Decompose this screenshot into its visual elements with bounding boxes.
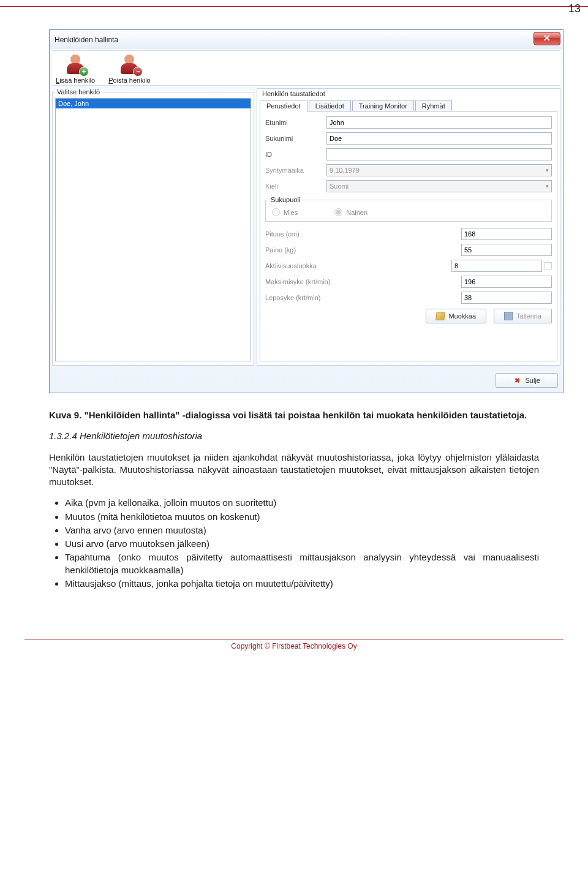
pituus-label: Pituus (cm)	[265, 230, 461, 238]
paino-field[interactable]	[461, 244, 552, 256]
syntymaaika-field[interactable]: 9.10.1979 ▾	[326, 164, 552, 176]
maksimisyke-label: Maksimisyke (krt/min)	[265, 278, 461, 285]
document-text: Kuva 9. "Henkilöiden hallinta" -dialogis…	[49, 409, 539, 590]
id-label: ID	[265, 151, 326, 158]
select-person-legend: Valitse henkilö	[55, 88, 102, 96]
nainen-radio[interactable]: Nainen	[334, 208, 368, 216]
kieli-select[interactable]: Suomi ▾	[326, 180, 552, 192]
leposyke-label: Leposyke (krt/min)	[265, 294, 461, 301]
kieli-label: Kieli	[265, 183, 326, 190]
screenshot-container: Henkilöiden hallinta ✕ + Lisää henkilö −…	[49, 29, 564, 393]
dialog-window: Henkilöiden hallinta ✕ + Lisää henkilö −…	[49, 29, 564, 393]
paragraph: Henkilön taustatietojen muutokset ja nii…	[49, 451, 539, 489]
tab-perustiedot[interactable]: Perustiedot	[260, 100, 307, 111]
edit-icon	[436, 312, 445, 320]
details-title: Henkilön taustatiedot	[262, 90, 557, 97]
add-person-button[interactable]: + Lisää henkilö	[56, 55, 95, 84]
list-item: Mittausjakso (mittaus, jonka pohjalta ti…	[65, 578, 539, 590]
page-top-rule	[0, 6, 588, 11]
close-icon: ✖	[513, 376, 522, 385]
sukunimi-field[interactable]	[326, 132, 552, 145]
details-panel: Henkilön taustatiedot Perustiedot Lisäti…	[257, 88, 560, 366]
remove-person-label: oista henkilö	[113, 77, 151, 84]
syntymaaika-label: Syntymäaika	[265, 167, 326, 174]
tab-lisatiedot[interactable]: Lisätiedot	[309, 100, 351, 111]
person-remove-icon: −	[117, 55, 141, 75]
list-item[interactable]: Doe, John	[56, 99, 251, 108]
tab-strip: Perustiedot Lisätiedot Training Monitor …	[260, 100, 557, 111]
tab-ryhmat[interactable]: Ryhmät	[415, 100, 452, 111]
page-number: 13	[568, 2, 581, 15]
aktiivisuus-help-button[interactable]	[545, 262, 552, 270]
paino-label: Paino (kg)	[265, 246, 461, 254]
select-person-panel: Valitse henkilö Doe, John	[52, 88, 254, 366]
list-item: Vanha arvo (arvo ennen muutosta)	[65, 524, 539, 537]
sukunimi-label: Sukunimi	[265, 135, 326, 142]
list-item: Uusi arvo (arvo muutoksen jälkeen)	[65, 538, 539, 550]
leposyke-field[interactable]	[461, 292, 552, 304]
person-add-icon: +	[63, 55, 88, 75]
save-button[interactable]: Tallenna	[494, 309, 552, 323]
list-item: Tapahtuma (onko muutos päivitetty automa…	[65, 551, 539, 576]
maksimisyke-field[interactable]	[461, 276, 552, 288]
bottom-bar: ✖ Sulje	[50, 369, 563, 393]
toolbar: + Lisää henkilö − Poista henkilö	[52, 50, 560, 86]
pituus-field[interactable]	[461, 228, 552, 240]
remove-person-button[interactable]: − Poista henkilö	[108, 55, 151, 84]
chevron-down-icon: ▾	[546, 183, 549, 189]
section-heading: 1.3.2.4 Henkilötietojen muutoshistoria	[49, 430, 539, 442]
tab-training-monitor[interactable]: Training Monitor	[352, 100, 414, 111]
bullet-list: Aika (pvm ja kellonaika, jolloin muutos …	[65, 497, 539, 590]
list-item: Aika (pvm ja kellonaika, jolloin muutos …	[65, 497, 539, 509]
add-person-label: isää henkilö	[59, 77, 95, 84]
list-item: Muutos (mitä henkilötietoa muutos on kos…	[65, 511, 539, 523]
sukupuoli-group: Sukupuoli Mies Nainen	[265, 196, 552, 222]
person-listbox[interactable]: Doe, John	[55, 98, 251, 361]
aktiivisuus-field[interactable]	[451, 260, 542, 272]
etunimi-field[interactable]	[326, 116, 552, 129]
etunimi-label: Etunimi	[265, 119, 326, 126]
page-footer: Copyright © Firstbeat Technologies Oy	[24, 639, 564, 650]
id-field[interactable]	[326, 148, 552, 160]
tab-body: Etunimi Sukunimi ID Syntymäaika	[260, 111, 557, 361]
edit-button[interactable]: Muokkaa	[426, 309, 486, 323]
close-window-button[interactable]: ✕	[533, 32, 560, 45]
sukupuoli-legend: Sukupuoli	[270, 196, 301, 203]
title-bar[interactable]: Henkilöiden hallinta ✕	[50, 29, 563, 49]
aktiivisuus-label: Aktiivisuusluokka	[265, 262, 451, 270]
mies-radio[interactable]: Mies	[272, 208, 298, 216]
close-button[interactable]: ✖ Sulje	[496, 373, 558, 388]
window-title: Henkilöiden hallinta	[55, 36, 118, 44]
calendar-toggle-icon[interactable]: ▾	[546, 167, 549, 173]
figure-caption: Kuva 9. "Henkilöiden hallinta" -dialogis…	[49, 409, 539, 421]
save-icon	[504, 312, 513, 320]
